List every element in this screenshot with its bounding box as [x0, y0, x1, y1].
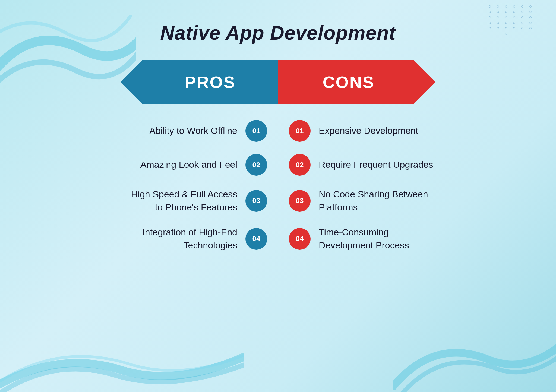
arrows-section: PROS CONS	[88, 60, 468, 104]
pros-arrow: PROS	[121, 60, 278, 104]
cons-badge-4: 04	[289, 228, 311, 250]
cons-column: 01 Expensive Development 02 Require Freq…	[289, 120, 492, 252]
cons-item-2-text: Require Frequent Upgrades	[319, 158, 433, 171]
cons-item-4: 04 Time-ConsumingDevelopment Process	[289, 226, 409, 252]
cons-item-3-text: No Code Sharing BetweenPlatforms	[319, 188, 428, 214]
cons-badge-1-number: 01	[296, 127, 304, 135]
pros-item-4: Integration of High-EndTechnologies 04	[142, 226, 267, 252]
cons-item-2: 02 Require Frequent Upgrades	[289, 154, 433, 176]
cons-badge-1: 01	[289, 120, 311, 142]
cons-arrow-label: CONS	[323, 72, 374, 92]
cons-item-3: 03 No Code Sharing BetweenPlatforms	[289, 188, 428, 214]
pros-item-1: Ability to Work Offline 01	[149, 120, 267, 142]
pros-item-3: High Speed & Full Accessto Phone's Featu…	[131, 188, 267, 214]
cons-arrow: CONS	[278, 60, 435, 104]
cons-badge-3: 03	[289, 190, 311, 212]
items-section: Ability to Work Offline 01 Amazing Look …	[47, 120, 509, 252]
cons-badge-4-number: 04	[296, 235, 304, 243]
wave-bottom-left-decoration	[0, 316, 244, 392]
pros-badge-1-number: 01	[252, 127, 260, 135]
pros-arrow-shape: PROS	[121, 60, 278, 104]
pros-item-2: Amazing Look and Feel 02	[140, 154, 267, 176]
pros-column: Ability to Work Offline 01 Amazing Look …	[64, 120, 267, 252]
pros-badge-4: 04	[245, 228, 267, 250]
wave-bottom-right-decoration	[393, 311, 556, 392]
cons-item-1-text: Expensive Development	[319, 124, 418, 137]
pros-arrow-label: PROS	[185, 72, 236, 92]
pros-item-3-text: High Speed & Full Accessto Phone's Featu…	[131, 188, 237, 214]
pros-badge-1: 01	[245, 120, 267, 142]
cons-badge-2: 02	[289, 154, 311, 176]
pros-item-4-text: Integration of High-EndTechnologies	[142, 226, 237, 252]
cons-arrow-shape: CONS	[278, 60, 435, 104]
main-container: Native App Development PROS CONS Ability…	[0, 0, 556, 252]
pros-badge-3: 03	[245, 190, 267, 212]
page-title: Native App Development	[160, 22, 396, 44]
cons-badge-2-number: 02	[296, 161, 304, 169]
cons-badge-3-number: 03	[296, 197, 304, 205]
cons-item-4-text: Time-ConsumingDevelopment Process	[319, 226, 409, 252]
cons-item-1: 01 Expensive Development	[289, 120, 418, 142]
pros-badge-4-number: 04	[252, 235, 260, 243]
pros-badge-2: 02	[245, 154, 267, 176]
pros-item-2-text: Amazing Look and Feel	[140, 158, 237, 171]
pros-badge-3-number: 03	[252, 197, 260, 205]
pros-item-1-text: Ability to Work Offline	[149, 124, 237, 137]
pros-badge-2-number: 02	[252, 161, 260, 169]
